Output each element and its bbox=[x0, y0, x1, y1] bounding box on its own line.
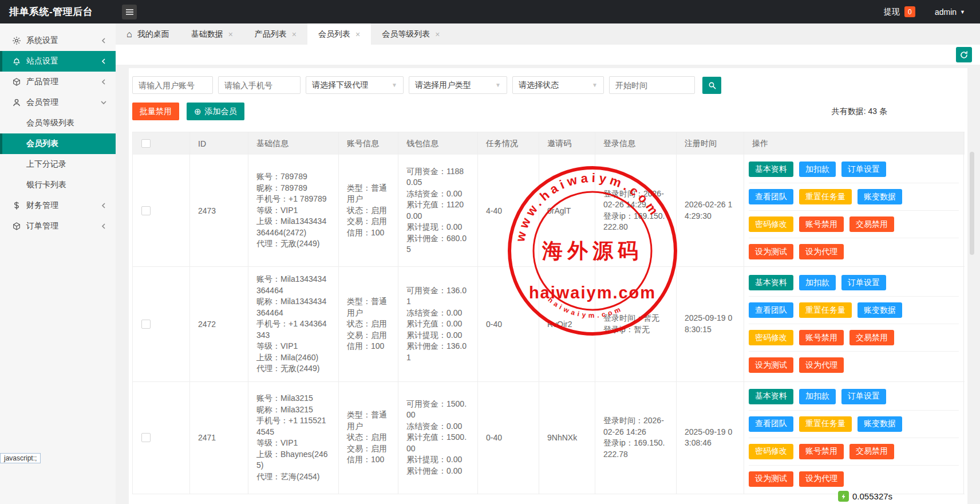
action-button[interactable]: 账号禁用 bbox=[799, 330, 844, 345]
action-button[interactable]: 交易禁用 bbox=[849, 330, 894, 345]
user-menu[interactable]: admin bbox=[935, 7, 957, 17]
account-info-cell-line: 类型：普通用户 bbox=[347, 183, 390, 205]
add-member-button[interactable]: ⊕ 添加会员 bbox=[187, 103, 244, 120]
sidebar-item-label: 系统设置 bbox=[26, 36, 58, 46]
action-button[interactable]: 设为代理 bbox=[799, 357, 844, 373]
table-row: 2473账号：789789昵称：789789手机号：+1 789789等级：VI… bbox=[133, 155, 965, 267]
action-button[interactable]: 加扣款 bbox=[799, 389, 836, 404]
sidebar-item[interactable]: 订单管理 bbox=[0, 216, 116, 237]
close-icon[interactable]: × bbox=[435, 30, 440, 38]
action-button[interactable]: 账号禁用 bbox=[799, 444, 844, 459]
task-value: 4-40 bbox=[486, 206, 531, 215]
filter-input[interactable] bbox=[132, 76, 213, 94]
row-checkbox[interactable] bbox=[141, 433, 151, 442]
sidebar-item[interactable]: 站点设置 bbox=[0, 51, 116, 72]
row-checkbox[interactable] bbox=[141, 320, 151, 329]
row-select-cell bbox=[133, 267, 190, 381]
row-id: 2473 bbox=[198, 206, 240, 215]
wallet-info-cell-line: 可用资金：136.01 bbox=[406, 285, 469, 308]
tab[interactable]: ⌂我的桌面 bbox=[116, 23, 180, 45]
base-info-cell-line: 昵称：Mila3215 bbox=[256, 404, 330, 416]
action-button[interactable]: 设为代理 bbox=[799, 471, 844, 487]
action-button-group: 设为测试设为代理 bbox=[749, 466, 959, 493]
action-button[interactable]: 交易禁用 bbox=[849, 444, 894, 459]
filter-input[interactable] bbox=[218, 76, 301, 94]
action-button[interactable]: 重置任务量 bbox=[799, 302, 852, 318]
action-button[interactable]: 加扣款 bbox=[799, 275, 836, 290]
action-button[interactable]: 订单设置 bbox=[841, 389, 886, 404]
member-list-panel: 请选择下级代理▼请选择用户类型▼请选择状态▼ 批量禁用 ⊕ 添加会员 共有数据:… bbox=[129, 68, 967, 504]
sidebar-item[interactable]: 财务管理 bbox=[0, 195, 116, 216]
wallet-info-cell-line: 冻结资金：0.00 bbox=[406, 421, 469, 432]
filter-select[interactable]: 请选择下级代理▼ bbox=[306, 76, 404, 94]
action-button[interactable]: 账变数据 bbox=[858, 416, 902, 432]
filter-select[interactable]: 请选择用户类型▼ bbox=[409, 76, 507, 94]
batch-disable-button[interactable]: 批量禁用 bbox=[132, 103, 179, 120]
action-button[interactable]: 账变数据 bbox=[858, 302, 902, 318]
action-button[interactable]: 基本资料 bbox=[749, 275, 793, 290]
action-button[interactable]: 基本资料 bbox=[749, 389, 793, 404]
account-info-cell-line: 信用：100 bbox=[347, 454, 390, 466]
scrollbar[interactable] bbox=[970, 152, 974, 255]
action-button[interactable]: 查看团队 bbox=[749, 416, 793, 432]
sidebar-subitem[interactable]: 会员等级列表 bbox=[0, 113, 116, 133]
sidebar-subitem[interactable]: 上下分记录 bbox=[0, 154, 116, 175]
table-body: 2473账号：789789昵称：789789手机号：+1 789789等级：VI… bbox=[133, 155, 965, 494]
close-icon[interactable]: × bbox=[292, 30, 297, 38]
action-button[interactable]: 重置任务量 bbox=[799, 416, 852, 432]
filter-select[interactable]: 请选择状态▼ bbox=[512, 76, 604, 94]
action-button[interactable]: 基本资料 bbox=[749, 162, 793, 177]
wallet-info-cell: 可用资金：136.01冻结资金：0.00累计充值：0.00累计提现：0.00累计… bbox=[398, 267, 478, 381]
menu-toggle-button[interactable] bbox=[122, 5, 137, 19]
action-button[interactable]: 设为测试 bbox=[749, 357, 793, 373]
refresh-button[interactable] bbox=[956, 47, 972, 62]
register-time-cell: 2025-09-19 03:08:46 bbox=[677, 382, 744, 494]
close-icon[interactable]: × bbox=[228, 30, 233, 38]
action-button[interactable]: 设为代理 bbox=[799, 244, 844, 259]
action-button[interactable]: 账号禁用 bbox=[799, 216, 844, 232]
invite-code: 9NhNXk bbox=[547, 433, 587, 442]
action-button[interactable]: 密码修改 bbox=[749, 444, 793, 459]
invite-code: 0rAglT bbox=[547, 206, 587, 215]
action-button[interactable]: 查看团队 bbox=[749, 189, 793, 204]
withdraw-link[interactable]: 提现 bbox=[884, 7, 900, 17]
plus-icon: ⊕ bbox=[194, 107, 201, 116]
action-button[interactable]: 密码修改 bbox=[749, 216, 793, 232]
tab[interactable]: 产品列表× bbox=[244, 23, 307, 45]
register-time: 2026-02-26 14:29:30 bbox=[685, 199, 736, 222]
wallet-info-cell-line: 累计充值：11200.00 bbox=[406, 199, 469, 222]
home-icon: ⌂ bbox=[127, 30, 132, 39]
wallet-info-cell: 可用资金：1500.00冻结资金：0.00累计充值：1500.00累计提现：0.… bbox=[398, 382, 478, 494]
column-header: 注册时间 bbox=[677, 132, 744, 155]
close-icon[interactable]: × bbox=[355, 30, 360, 38]
row-checkbox[interactable] bbox=[141, 206, 151, 215]
action-button[interactable]: 加扣款 bbox=[799, 162, 836, 177]
column-header: 任务情况 bbox=[478, 132, 539, 155]
sidebar-subitem[interactable]: 银行卡列表 bbox=[0, 175, 116, 195]
filter-input[interactable] bbox=[609, 76, 695, 94]
sidebar-item[interactable]: 会员管理 bbox=[0, 92, 116, 113]
sidebar-item[interactable]: 系统设置 bbox=[0, 30, 116, 51]
search-button[interactable] bbox=[702, 77, 721, 94]
sidebar-item[interactable]: 产品管理 bbox=[0, 72, 116, 92]
invite-code-cell: 9NhNXk bbox=[539, 382, 595, 494]
tab[interactable]: 基础数据× bbox=[180, 23, 244, 45]
login-info-cell-line: 登录时间：2026-02-26 14:29 bbox=[603, 188, 668, 211]
account-info-cell-line: 交易：启用 bbox=[347, 443, 390, 455]
filter-select-value: 请选择用户类型 bbox=[415, 80, 471, 90]
tab[interactable]: 会员列表× bbox=[307, 23, 371, 45]
action-button[interactable]: 查看团队 bbox=[749, 302, 793, 318]
action-button[interactable]: 重置任务量 bbox=[799, 189, 852, 204]
action-button[interactable]: 订单设置 bbox=[841, 162, 886, 177]
action-button[interactable]: 设为测试 bbox=[749, 471, 793, 487]
action-button[interactable]: 密码修改 bbox=[749, 330, 793, 345]
action-button[interactable]: 订单设置 bbox=[841, 275, 886, 290]
sidebar-subitem[interactable]: 会员列表 bbox=[0, 133, 116, 154]
action-button-group: 基本资料加扣款订单设置 bbox=[749, 383, 959, 411]
task-value: 0-40 bbox=[486, 320, 531, 329]
tab[interactable]: 会员等级列表× bbox=[371, 23, 451, 45]
action-button[interactable]: 设为测试 bbox=[749, 244, 793, 259]
action-button[interactable]: 交易禁用 bbox=[849, 216, 894, 232]
select-all-checkbox[interactable] bbox=[141, 139, 151, 148]
action-button[interactable]: 账变数据 bbox=[858, 189, 902, 204]
